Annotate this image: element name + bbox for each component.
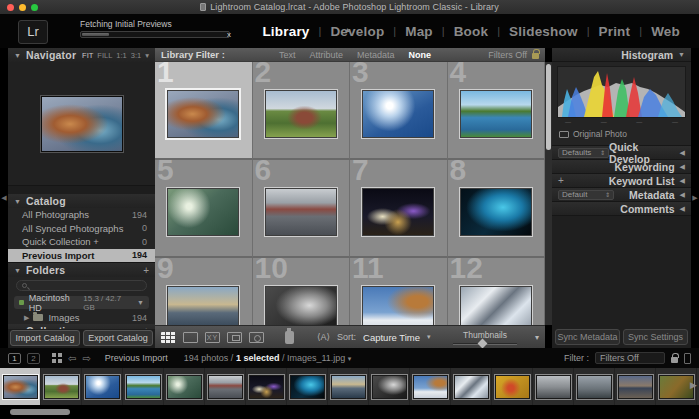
expand-folder-icon[interactable]: ▶: [24, 314, 29, 322]
navigator-zoom-3-1[interactable]: 3:1: [131, 51, 141, 60]
filmstrip-thumbnail-gray-landscape[interactable]: [577, 375, 612, 399]
filmstrip-cell-7[interactable]: [246, 368, 287, 405]
grid-cell-2[interactable]: 2: [253, 62, 351, 160]
folders-header[interactable]: ▼ Folders +: [8, 263, 155, 277]
photo-thumbnail-lake-shore[interactable]: [460, 90, 532, 138]
keyword-list-header[interactable]: + Keyword List ◀: [552, 174, 691, 188]
navigator-preview-image[interactable]: [41, 96, 123, 152]
thumbnails-slider-track[interactable]: [453, 343, 517, 345]
filter-tab-text[interactable]: Text: [279, 50, 296, 60]
filter-tab-none[interactable]: None: [408, 50, 431, 60]
filmstrip-thumbnail-sun-branches[interactable]: [85, 375, 120, 399]
collapse-left-panel-arrow[interactable]: ◀: [0, 48, 8, 348]
folder-search-input[interactable]: [16, 280, 147, 291]
filmstrip-thumbnail-dusk-lake[interactable]: [618, 375, 653, 399]
grid-cell-1[interactable]: 1: [155, 62, 253, 160]
add-keyword-button[interactable]: +: [558, 175, 564, 186]
photo-thumbnail-sun-branches[interactable]: [362, 90, 434, 138]
volume-row-macintosh-hd[interactable]: Macintosh HD 15.3 / 42.7 GB ▼: [14, 296, 149, 309]
export-catalog-button[interactable]: Export Catalog: [83, 330, 153, 346]
loupe-view-icon[interactable]: [183, 332, 198, 343]
catalog-item-previous-import[interactable]: Previous Import194: [8, 249, 155, 263]
catalog-item-all-synced-photographs[interactable]: All Synced Photographs0: [8, 222, 155, 236]
filmstrip-cell-5[interactable]: [164, 368, 205, 405]
compare-view-icon[interactable]: XY: [205, 332, 220, 343]
photo-thumbnail-snow-peaks[interactable]: [460, 286, 532, 325]
module-tab-map[interactable]: Map: [396, 24, 442, 39]
chevron-down-icon[interactable]: ▾: [145, 51, 149, 60]
thumbnails-slider-thumb[interactable]: [478, 338, 488, 348]
filmstrip-scrollbar-thumb[interactable]: [10, 409, 70, 415]
module-tab-print[interactable]: Print: [590, 24, 640, 39]
collapse-top-panel-arrow[interactable]: ▲: [344, 26, 351, 33]
filmstrip-cell-13[interactable]: [492, 368, 533, 405]
painter-icon[interactable]: [285, 331, 294, 344]
collapse-right-panel-arrow[interactable]: ▶: [691, 48, 699, 348]
photo-thumbnail-coastal-cliffs[interactable]: [167, 286, 239, 325]
sync-settings-button[interactable]: Sync Settings: [623, 329, 688, 345]
grid-cell-4[interactable]: 4: [448, 62, 546, 160]
filmstrip-thumbnail-fantasy-art[interactable]: [3, 375, 38, 399]
photo-thumbnail-tiger-snow[interactable]: [362, 286, 434, 325]
filmstrip-cell-12[interactable]: [451, 368, 492, 405]
sync-metadata-button[interactable]: Sync Metadata: [555, 329, 620, 345]
import-catalog-button[interactable]: Import Catalog: [10, 330, 80, 346]
filmstrip-cell-4[interactable]: [123, 368, 164, 405]
lock-icon[interactable]: [532, 53, 539, 59]
filmstrip-thumbnail-night-skyline[interactable]: [249, 375, 284, 399]
forward-arrow-icon[interactable]: ⇨: [82, 353, 90, 364]
keywording-header[interactable]: Keywording ◀: [552, 160, 691, 174]
photo-thumbnail-blue-abstract[interactable]: [460, 188, 532, 236]
filmstrip-thumbnail-blue-abstract[interactable]: [290, 375, 325, 399]
filmstrip-cell-14[interactable]: [533, 368, 574, 405]
grid-cell-10[interactable]: 10: [253, 258, 351, 325]
navigator-zoom-1-1[interactable]: 1:1: [116, 51, 126, 60]
survey-view-icon[interactable]: [227, 332, 242, 343]
histogram-chart[interactable]: [557, 66, 686, 118]
sort-value-dropdown[interactable]: Capture Time: [363, 332, 420, 343]
module-tab-library[interactable]: Library: [253, 24, 318, 39]
grid-cell-8[interactable]: 8: [448, 160, 546, 258]
toolbar-options-chevron-icon[interactable]: ▾: [535, 333, 539, 342]
folder-row-images[interactable]: ▶ Images 194: [8, 311, 155, 324]
back-arrow-icon[interactable]: ⇦: [68, 353, 76, 364]
grid-cell-7[interactable]: 7: [350, 160, 448, 258]
filmstrip-cell-16[interactable]: [615, 368, 656, 405]
filter-tab-attribute[interactable]: Attribute: [309, 50, 343, 60]
filmstrip-thumbnail-lake-shore[interactable]: [126, 375, 161, 399]
photo-thumbnail-fantasy-art[interactable]: [167, 90, 239, 138]
filmstrip-thumbnail-coastal-cliffs[interactable]: [331, 375, 366, 399]
filmstrip-cell-2[interactable]: [41, 368, 82, 405]
filmstrip-thumbnail-red-barn[interactable]: [44, 375, 79, 399]
catalog-header[interactable]: ▼ Catalog: [8, 194, 155, 208]
filter-preset-dropdown[interactable]: Filters Off: [488, 50, 527, 60]
filmstrip-thumbnail-bw-portrait[interactable]: [372, 375, 407, 399]
filmstrip-cell-11[interactable]: [410, 368, 451, 405]
module-tab-slideshow[interactable]: Slideshow: [500, 24, 587, 39]
filmstrip-next-arrow-icon[interactable]: ▶: [690, 380, 697, 390]
quick-develop-header[interactable]: Defaults⇕ Quick Develop ◀: [552, 146, 691, 160]
comments-header[interactable]: Comments ◀: [552, 202, 691, 216]
filmstrip-thumbnail-train-yard[interactable]: [208, 375, 243, 399]
metadata-preset-select[interactable]: Default⇕: [558, 190, 614, 200]
filter-tab-metadata[interactable]: Metadata: [357, 50, 395, 60]
histogram-header[interactable]: Histogram ▼: [552, 48, 691, 62]
main-window-button[interactable]: 1: [8, 353, 21, 364]
filmstrip-cell-8[interactable]: [287, 368, 328, 405]
photo-thumbnail-red-barn[interactable]: [265, 90, 337, 138]
filmstrip-toggle-icon[interactable]: [684, 353, 691, 364]
filmstrip-thumbnail-autumn-forest[interactable]: [659, 375, 694, 399]
grid-cell-12[interactable]: 12: [448, 258, 546, 325]
filmstrip-filter-preset-dropdown[interactable]: Filters Off: [595, 352, 665, 364]
module-tab-web[interactable]: Web: [642, 24, 689, 39]
grid-view-icon[interactable]: [161, 332, 176, 343]
filmstrip-cell-15[interactable]: [574, 368, 615, 405]
second-window-button[interactable]: 2: [27, 353, 40, 364]
saved-preset-select[interactable]: Defaults⇕: [558, 148, 609, 158]
filmstrip-cell-9[interactable]: [328, 368, 369, 405]
filmstrip-thumbnail-misty-valley[interactable]: [167, 375, 202, 399]
grid-cell-3[interactable]: 3: [350, 62, 448, 160]
grid-cell-11[interactable]: 11: [350, 258, 448, 325]
filmstrip-cell-6[interactable]: [205, 368, 246, 405]
photo-thumbnail-train-yard[interactable]: [265, 188, 337, 236]
